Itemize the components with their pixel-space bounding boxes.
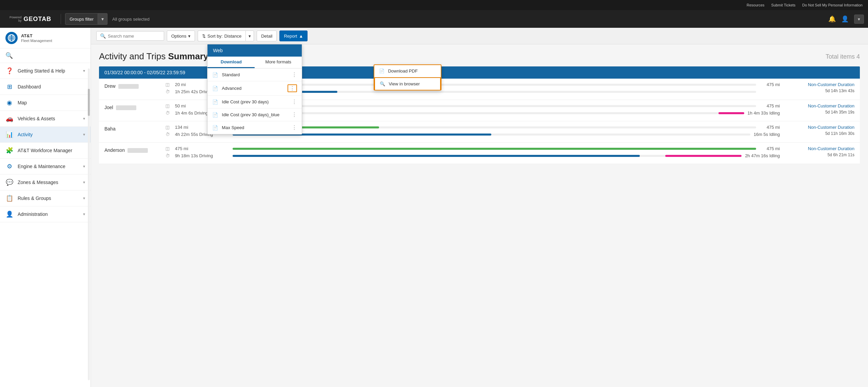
distance-bar-wrap bbox=[233, 148, 756, 150]
toolbar: 🔍 Options ▾ ⇅ Sort by: Distance ▾ Detail bbox=[91, 28, 868, 44]
tab-download[interactable]: Download bbox=[208, 57, 255, 68]
max-distance: 475 mi bbox=[760, 103, 780, 108]
groups-filter-button[interactable]: Groups filter bbox=[65, 13, 98, 25]
max-speed-more-icon[interactable]: ⋮ bbox=[292, 124, 297, 131]
idle-cost-blue-doc-icon: 📄 bbox=[212, 112, 218, 118]
view-in-browser-item[interactable]: 🔍 View in browser bbox=[374, 77, 441, 90]
sort-dropdown-button[interactable]: ▾ bbox=[245, 30, 254, 41]
sidebar: AT&T Fleet Management 🔍 ❓ Getting Starte… bbox=[0, 28, 91, 387]
row-right: Non-Customer Duration 5d 14h 13m 43s bbox=[787, 82, 854, 93]
sort-by-button[interactable]: ⇅ Sort by: Distance bbox=[198, 30, 245, 41]
distance-icon: ◫ bbox=[165, 125, 172, 130]
idle-cost-more-icon[interactable]: ⋮ bbox=[292, 99, 297, 105]
distance-bar-wrap bbox=[233, 105, 756, 107]
idling-time: 16m 5s Idling bbox=[754, 132, 780, 137]
sidebar-item-dashboard[interactable]: ⊞ Dashboard bbox=[0, 79, 91, 95]
sidebar-scrollbar[interactable] bbox=[88, 68, 90, 380]
max-speed-doc-icon: 📄 bbox=[212, 125, 218, 130]
sidebar-search[interactable]: 🔍 bbox=[0, 48, 91, 63]
sidebar-item-vehicles[interactable]: 🚗 Vehicles & Assets ▾ bbox=[0, 111, 91, 127]
expand-icon: ▾ bbox=[83, 116, 85, 121]
driver-name: Anderson bbox=[104, 146, 159, 153]
search-icon[interactable]: 🔍 bbox=[5, 52, 13, 59]
advanced-more-icon[interactable]: ⋮ bbox=[288, 84, 297, 92]
dashboard-icon: ⊞ bbox=[5, 83, 14, 90]
sidebar-item-att-workforce[interactable]: 🧩 AT&T Workforce Manager bbox=[0, 143, 91, 159]
notification-icon[interactable]: 🔔 bbox=[828, 15, 836, 23]
name-redacted bbox=[116, 105, 136, 110]
sidebar-item-map[interactable]: ◉ Map bbox=[0, 95, 91, 111]
non-customer-label[interactable]: Non-Customer Duration bbox=[787, 125, 854, 130]
sidebar-item-administration[interactable]: 👤 Administration ▾ bbox=[0, 206, 91, 222]
nav-bar: Powered by GEOTAB Groups filter ▾ All gr… bbox=[0, 10, 868, 28]
groups-selected-label: All groups selected bbox=[112, 17, 150, 22]
geotab-logo: Powered by GEOTAB bbox=[4, 16, 57, 23]
name-redacted bbox=[127, 148, 148, 153]
sidebar-item-getting-started[interactable]: ❓ Getting Started & Help ▾ bbox=[0, 63, 91, 79]
sort-label: Sort by: bbox=[208, 34, 223, 39]
driver-name: Baha bbox=[104, 125, 159, 131]
duration-value: 5d 6h 21m 11s bbox=[787, 152, 854, 157]
att-logo-icon bbox=[5, 32, 18, 44]
user-icon[interactable]: 👤 bbox=[841, 15, 849, 23]
idling-time: 1h 4m 33s Idling bbox=[748, 110, 780, 116]
resources-link[interactable]: Resources bbox=[747, 3, 765, 7]
browser-icon: 🔍 bbox=[380, 81, 385, 86]
do-not-sell-link[interactable]: Do Not Sell My Personal Information bbox=[802, 3, 863, 7]
getting-started-icon: ❓ bbox=[5, 67, 14, 75]
expand-icon: ▾ bbox=[83, 132, 85, 137]
options-button[interactable]: Options ▾ bbox=[167, 30, 195, 41]
driver-name: Drew bbox=[104, 82, 159, 89]
report-button[interactable]: Report ▲ bbox=[279, 30, 308, 41]
dropdown-item-advanced[interactable]: 📄 Advanced ⋮ bbox=[208, 81, 302, 96]
driving-time: 9h 18m 13s Driving bbox=[175, 153, 229, 158]
sidebar-item-label: AT&T Workforce Manager bbox=[18, 148, 85, 153]
dropdown-item-standard[interactable]: 📄 Standard ⋮ bbox=[208, 68, 302, 81]
user-menu-button[interactable]: ▾ bbox=[854, 15, 864, 24]
rules-icon: 📋 bbox=[5, 195, 14, 202]
sidebar-item-zones[interactable]: 💬 Zones & Messages ▾ bbox=[0, 175, 91, 190]
non-customer-label[interactable]: Non-Customer Duration bbox=[787, 146, 854, 151]
dropdown-item-idle-cost-blue[interactable]: 📄 Idle Cost (prev 30 days)_blue ⋮ bbox=[208, 108, 302, 121]
distance-value: 475 mi bbox=[175, 146, 229, 151]
expand-icon: ▾ bbox=[83, 68, 85, 73]
expand-icon: ▾ bbox=[83, 212, 85, 217]
driving-bar-wrap bbox=[233, 112, 744, 114]
search-input[interactable] bbox=[108, 34, 160, 39]
row-metrics: ◫ 475 mi 475 mi ⏱ 9h 18m 13s Driving bbox=[165, 146, 780, 160]
clock-icon: ⏱ bbox=[165, 132, 172, 137]
submit-tickets-link[interactable]: Submit Tickets bbox=[771, 3, 796, 7]
distance-icon: ◫ bbox=[165, 82, 172, 87]
search-box[interactable]: 🔍 bbox=[96, 31, 164, 41]
expand-icon: ▾ bbox=[83, 164, 85, 169]
idle-cost-blue-more-icon[interactable]: ⋮ bbox=[292, 111, 297, 118]
distance-metric: ◫ 475 mi 475 mi bbox=[165, 146, 780, 151]
powered-text: Powered bbox=[9, 16, 22, 19]
sidebar-item-label: Activity bbox=[18, 132, 79, 137]
expand-icon: ▾ bbox=[83, 180, 85, 185]
sidebar-item-activity[interactable]: 📊 Activity ▾ bbox=[0, 127, 91, 143]
zones-icon: 💬 bbox=[5, 179, 14, 186]
driver-name: Joel bbox=[104, 103, 159, 110]
report-label: Report bbox=[284, 34, 297, 39]
sidebar-item-rules[interactable]: 📋 Rules & Groups ▾ bbox=[0, 190, 91, 206]
tab-more-formats[interactable]: More formats bbox=[255, 57, 302, 68]
dropdown-item-idle-cost[interactable]: 📄 Idle Cost (prev 30 days) ⋮ bbox=[208, 96, 302, 108]
report-dropdown-menu: Web Download More formats 📄 Standard ⋮ 📄… bbox=[207, 44, 302, 135]
content-area: 🔍 Options ▾ ⇅ Sort by: Distance ▾ Detail bbox=[91, 28, 868, 387]
nav-right: 🔔 👤 ▾ bbox=[828, 15, 864, 24]
non-customer-label[interactable]: Non-Customer Duration bbox=[787, 103, 854, 108]
idling-bar bbox=[718, 112, 744, 114]
sidebar-item-label: Getting Started & Help bbox=[18, 68, 79, 74]
brand-sub: Fleet Management bbox=[21, 39, 52, 43]
groups-filter-dropdown[interactable]: ▾ bbox=[98, 13, 107, 25]
standard-more-icon[interactable]: ⋮ bbox=[292, 72, 297, 78]
distance-bar bbox=[233, 148, 756, 150]
download-pdf-item[interactable]: 📄 Download PDF bbox=[374, 65, 441, 77]
detail-button[interactable]: Detail bbox=[257, 30, 277, 41]
dropdown-item-max-speed[interactable]: 📄 Max Speed ⋮ bbox=[208, 121, 302, 134]
view-browser-label: View in browser bbox=[389, 81, 420, 86]
driving-bar-wrap bbox=[233, 134, 750, 136]
sidebar-item-engine[interactable]: ⚙ Engine & Maintenance ▾ bbox=[0, 159, 91, 175]
non-customer-label[interactable]: Non-Customer Duration bbox=[787, 82, 854, 87]
